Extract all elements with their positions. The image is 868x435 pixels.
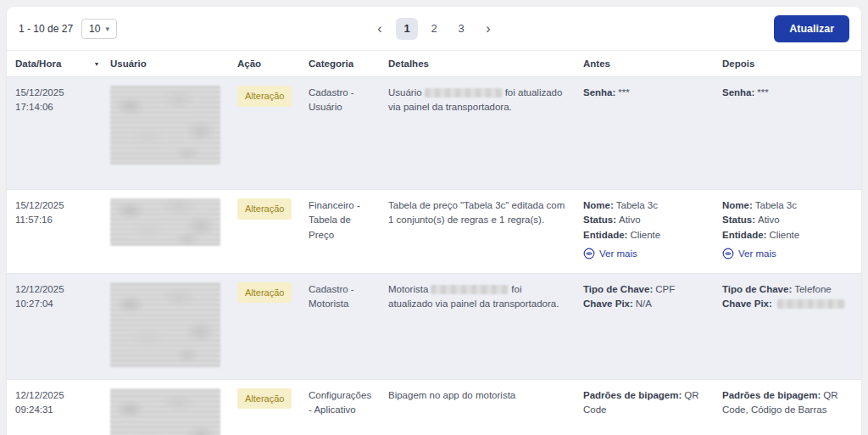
action-cell: Alteração xyxy=(229,274,300,379)
redacted-text xyxy=(425,88,503,98)
refresh-button[interactable]: Atualizar xyxy=(774,15,849,42)
action-cell: Alteração xyxy=(229,77,300,189)
antes-cell: Senha:*** xyxy=(575,77,714,189)
header-acao[interactable]: Ação xyxy=(229,51,300,76)
details-cell: Bipagem no app do motorista xyxy=(380,380,575,435)
user-redacted-image xyxy=(110,198,220,246)
action-badge: Alteração xyxy=(237,86,292,107)
depois-cell: Padrões de bipagem:QR Code, Código de Ba… xyxy=(714,380,861,435)
page-button-2[interactable]: 2 xyxy=(423,18,445,40)
category-cell: Configurações - Aplicativo xyxy=(300,380,380,435)
toolbar: 1 - 10 de 27 10 ▾ ‹ 1 2 3 › Atualizar xyxy=(7,7,861,51)
action-badge: Alteração xyxy=(237,198,292,220)
chevron-down-icon: ▾ xyxy=(105,25,109,33)
eye-icon xyxy=(583,248,595,259)
row-time: 09:24:31 xyxy=(15,403,93,417)
page-size-value: 10 xyxy=(89,23,100,35)
page-button-1[interactable]: 1 xyxy=(396,18,418,40)
details-prefix: Motorista xyxy=(388,284,428,294)
user-redacted-image xyxy=(110,86,220,165)
user-redacted-image xyxy=(110,282,220,367)
header-depois[interactable]: Depois xyxy=(714,51,861,76)
row-time: 11:57:16 xyxy=(15,213,93,227)
row-date: 15/12/2025 xyxy=(15,198,93,213)
prev-page-button[interactable]: ‹ xyxy=(369,18,391,40)
category-cell: Financeiro - Tabela de Preço xyxy=(300,190,380,273)
table-row: 15/12/2025 17:14:06 Alteração Cadastro -… xyxy=(7,77,861,190)
next-page-button[interactable]: › xyxy=(477,18,499,40)
table-row: 15/12/2025 11:57:16 Alteração Financeiro… xyxy=(7,190,861,274)
row-date: 12/12/2025 xyxy=(15,282,93,297)
page-button-3[interactable]: 3 xyxy=(450,18,472,40)
user-cell xyxy=(102,274,229,379)
depois-cell: Nome:Tabela 3c Status:Ativo Entidade:Cli… xyxy=(714,190,861,273)
user-cell xyxy=(102,380,229,435)
action-cell: Alteração xyxy=(229,190,300,273)
datetime-cell: 12/12/2025 09:24:31 xyxy=(7,380,102,435)
eye-icon xyxy=(722,248,734,259)
row-time: 17:14:06 xyxy=(15,100,93,114)
details-cell: Usuáriofoi atualizado via painel da tran… xyxy=(380,77,575,189)
category-cell: Cadastro - Usuário xyxy=(300,77,380,189)
redacted-text xyxy=(431,285,509,294)
antes-cell: Nome:Tabela 3c Status:Ativo Entidade:Cli… xyxy=(575,190,714,273)
antes-cell: Tipo de Chave:CPF Chave Pix:N/A xyxy=(575,274,714,379)
category-cell: Cadastro - Motorista xyxy=(300,274,380,379)
action-cell: Alteração xyxy=(229,380,300,435)
results-range-text: 1 - 10 de 27 xyxy=(19,23,73,35)
depois-cell: Senha:*** xyxy=(714,77,861,189)
action-badge: Alteração xyxy=(237,388,292,410)
header-usuario[interactable]: Usuário xyxy=(102,51,229,76)
header-data-hora[interactable]: Data/Hora ▼ xyxy=(7,51,102,76)
details-cell: Motoristafoi atualizado via painel da tr… xyxy=(380,274,575,379)
antes-cell: Padrões de bipagem:QR Code xyxy=(575,380,714,435)
row-time: 10:27:04 xyxy=(15,297,93,311)
row-date: 12/12/2025 xyxy=(15,388,93,403)
table-row: 12/12/2025 10:27:04 Alteração Cadastro -… xyxy=(7,274,861,380)
details-cell: Tabela de preço "Tabela 3c" editada com … xyxy=(380,190,575,273)
ver-mais-link[interactable]: Ver mais xyxy=(722,247,776,261)
header-detalhes[interactable]: Detalhes xyxy=(380,51,575,76)
details-prefix: Usuário xyxy=(388,87,422,98)
datetime-cell: 12/12/2025 10:27:04 xyxy=(7,274,102,379)
sort-desc-icon[interactable]: ▼ xyxy=(93,60,99,67)
redacted-text xyxy=(777,299,845,309)
pagination: ‹ 1 2 3 › xyxy=(369,18,499,40)
table-row: 12/12/2025 09:24:31 Alteração Configuraç… xyxy=(7,380,861,435)
depois-cell: Tipo de Chave:Telefone Chave Pix: xyxy=(714,274,861,379)
audit-log-card: 1 - 10 de 27 10 ▾ ‹ 1 2 3 › Atualizar Da… xyxy=(7,7,861,435)
header-categoria[interactable]: Categoria xyxy=(300,51,380,76)
datetime-cell: 15/12/2025 17:14:06 xyxy=(7,77,102,189)
header-antes[interactable]: Antes xyxy=(575,51,714,76)
ver-mais-link[interactable]: Ver mais xyxy=(583,247,637,261)
page-size-select[interactable]: 10 ▾ xyxy=(81,19,117,39)
table-header-row: Data/Hora ▼ Usuário Ação Categoria Detal… xyxy=(7,51,861,77)
user-redacted-image xyxy=(110,388,220,435)
datetime-cell: 15/12/2025 11:57:16 xyxy=(7,190,102,273)
user-cell xyxy=(102,77,229,189)
action-badge: Alteração xyxy=(237,282,292,304)
user-cell xyxy=(102,190,229,273)
row-date: 15/12/2025 xyxy=(15,86,93,100)
